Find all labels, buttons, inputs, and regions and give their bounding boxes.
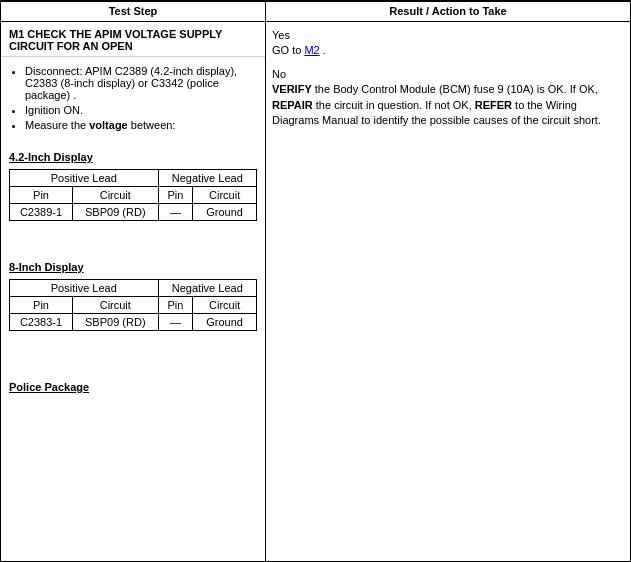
table-8: Positive Lead Negative Lead Pin Circuit … xyxy=(9,279,257,331)
yes-action-text: GO to M2 . xyxy=(272,44,326,56)
row-pin1-42: C2389-1 xyxy=(10,204,73,221)
col-pin2-42: Pin xyxy=(158,187,193,204)
row-circuit1-8: SBP09 (RD) xyxy=(73,314,159,331)
bullet-3: Measure the voltage between: xyxy=(25,119,257,131)
police-label: Police Package xyxy=(9,381,257,393)
row-circuit2-42: Ground xyxy=(193,204,257,221)
yes-label: Yes xyxy=(272,29,290,41)
table-42-wrapper: Positive Lead Negative Lead Pin Circuit … xyxy=(9,169,257,221)
row-circuit1-42: SBP09 (RD) xyxy=(73,204,159,221)
m2-link[interactable]: M2 xyxy=(304,44,319,56)
row-pin2-8: — xyxy=(158,314,193,331)
step-content: Disconnect: APIM C2389 (4.2-inch display… xyxy=(1,57,265,139)
display-8-label: 8-Inch Display xyxy=(9,261,257,273)
col-pin1-8: Pin xyxy=(10,297,73,314)
bullet-2: Ignition ON. xyxy=(25,104,257,116)
no-section: No VERIFY the Body Control Module (BCM) … xyxy=(272,67,624,129)
yes-section: Yes GO to M2 . xyxy=(272,28,624,59)
row-circuit2-8: Ground xyxy=(193,314,257,331)
no-action-text: VERIFY the Body Control Module (BCM) fus… xyxy=(272,83,601,126)
col-pin2-8: Pin xyxy=(158,297,193,314)
table-42: Positive Lead Negative Lead Pin Circuit … xyxy=(9,169,257,221)
right-panel: Yes GO to M2 . No VERIFY the Body Contro… xyxy=(266,22,630,561)
col-pin1-42: Pin xyxy=(10,187,73,204)
result-header: Result / Action to Take xyxy=(266,1,630,21)
no-label: No xyxy=(272,68,286,80)
test-step-header: Test Step xyxy=(1,1,266,21)
col-circuit2-42: Circuit xyxy=(193,187,257,204)
step-title: M1 CHECK THE APIM VOLTAGE SUPPLY CIRCUIT… xyxy=(1,22,265,57)
positive-header-8: Positive Lead xyxy=(10,280,159,297)
positive-header-42: Positive Lead xyxy=(10,170,159,187)
col-circuit1-42: Circuit xyxy=(73,187,159,204)
row-pin1-8: C2383-1 xyxy=(10,314,73,331)
row-pin2-42: — xyxy=(158,204,193,221)
display-42-label: 4.2-Inch Display xyxy=(9,151,257,163)
negative-header-42: Negative Lead xyxy=(158,170,256,187)
col-circuit1-8: Circuit xyxy=(73,297,159,314)
bullet-1: Disconnect: APIM C2389 (4.2-inch display… xyxy=(25,65,257,101)
table-8-wrapper: Positive Lead Negative Lead Pin Circuit … xyxy=(9,279,257,331)
result-text: Yes GO to M2 . No VERIFY the Body Contro… xyxy=(272,28,624,128)
negative-header-8: Negative Lead xyxy=(158,280,256,297)
page-container: Test Step Result / Action to Take M1 CHE… xyxy=(0,0,631,562)
left-panel: M1 CHECK THE APIM VOLTAGE SUPPLY CIRCUIT… xyxy=(1,22,266,561)
col-circuit2-8: Circuit xyxy=(193,297,257,314)
